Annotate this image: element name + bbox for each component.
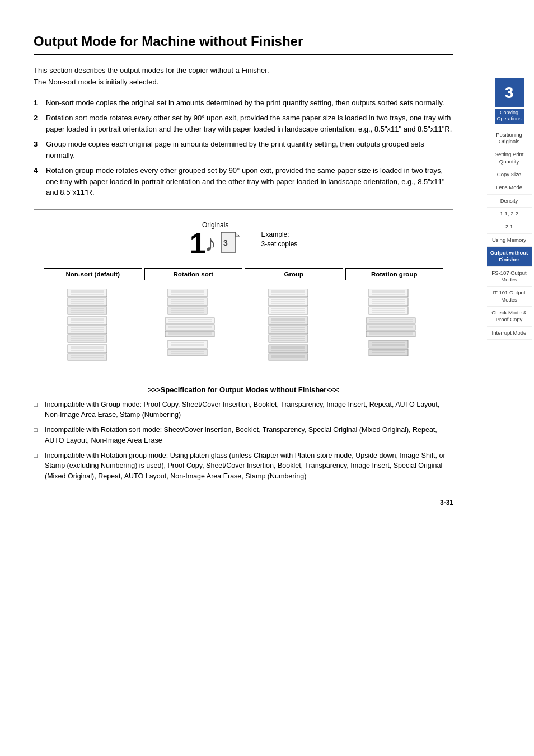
nonsort-stack [45, 289, 141, 361]
sidebar-item-8[interactable]: Output without Finisher [487, 247, 532, 267]
intro-line-1: This section describes the output modes … [34, 66, 269, 74]
item-text-0: Non-sort mode copies the original set in… [46, 97, 453, 109]
sidebar-item-11[interactable]: Check Mode & Proof Copy [487, 307, 532, 327]
rotation-sort-stack [145, 289, 241, 361]
original-page-icon: 3 [220, 231, 241, 256]
intro-line-2: The Non-sort mode is initially selected. [34, 78, 158, 86]
item-text-1: Rotation sort mode rotates every other s… [46, 112, 453, 134]
item-text-2: Group mode copies each original page in … [46, 139, 453, 161]
spec-list: □Incompatible with Group mode: Proof Cop… [34, 400, 453, 482]
svg-marker-2 [236, 232, 240, 237]
sidebar-item-7[interactable]: Using Memory [487, 234, 532, 247]
example-sub: 3-set copies [261, 240, 298, 249]
mode-col-nonsort: Non-sort (default) [43, 268, 143, 286]
chapter-label: Copying Operations [495, 109, 524, 124]
item-text-3: Rotation group mode rotates every other … [46, 165, 453, 198]
mode-label-nonsort: Non-sort (default) [44, 268, 142, 280]
svg-rect-106 [366, 318, 415, 323]
item-num-2: 3 [34, 139, 44, 161]
sidebar-item-10[interactable]: IT-101 Output Modes [487, 287, 532, 307]
mode-col-rotgroup: Rotation group [344, 268, 445, 286]
sidebar-item-0[interactable]: Positioning Originals [487, 129, 532, 149]
svg-rect-112 [366, 331, 415, 337]
sidebar-item-9[interactable]: FS-107 Output Modes [487, 267, 532, 287]
diagram-originals: Originals 1 ♪ 3 Example: 3-set copies [43, 221, 444, 258]
sidebar-item-4[interactable]: Density [487, 195, 532, 208]
numbered-item-0: 1Non-sort mode copies the original set i… [34, 97, 453, 109]
stacks-illustrations [43, 289, 444, 361]
originals-icon: 1 ♪ 3 [190, 229, 241, 258]
mode-col-group: Group [243, 268, 344, 286]
mode-col-rotation: Rotation sort [143, 268, 244, 286]
mode-label-group: Group [245, 268, 343, 280]
sidebar-item-12[interactable]: Interrupt Mode [487, 327, 532, 340]
nonsort-svg [65, 289, 121, 361]
main-content: Output Mode for Machine without Finisher… [0, 0, 481, 529]
sidebar-item-1[interactable]: Setting Print Quantity [487, 148, 532, 168]
item-num-0: 1 [34, 97, 44, 109]
chapter-badge: 3 [495, 78, 524, 107]
page-title: Output Mode for Machine without Finisher [34, 34, 453, 55]
mode-labels-row: Non-sort (default) Rotation sort Group R… [43, 268, 444, 286]
example-label: Example: [261, 230, 289, 240]
svg-text:3: 3 [223, 238, 228, 247]
group-stack [246, 289, 342, 361]
chapter-number: 3 [505, 85, 514, 101]
mode-label-rotation: Rotation sort [144, 268, 243, 280]
page-number-icon: 1 [190, 229, 206, 258]
group-svg [266, 289, 322, 361]
sidebar-item-2[interactable]: Copy Size [487, 168, 532, 181]
diagram-box: Originals 1 ♪ 3 Example: 3-set copies [34, 209, 453, 373]
svg-rect-32 [68, 354, 107, 360]
svg-rect-50 [165, 325, 214, 330]
sidebar-items: Positioning OriginalsSetting Print Quant… [484, 129, 534, 340]
item-num-3: 4 [34, 165, 44, 198]
spec-text-2: Incompatible with Rotation group mode: U… [45, 450, 453, 482]
numbered-item-2: 3Group mode copies each original page in… [34, 139, 453, 161]
mode-label-rotgroup: Rotation group [345, 268, 444, 280]
sidebar-item-3[interactable]: Lens Mode [487, 181, 532, 194]
spec-item-2: □Incompatible with Rotation group mode: … [34, 450, 453, 482]
spec-item-0: □Incompatible with Group mode: Proof Cop… [34, 400, 453, 421]
rotation-sort-svg [165, 289, 221, 361]
svg-rect-60 [168, 349, 207, 356]
page-curl-icon: ♪ [205, 230, 217, 257]
spec-text-1: Incompatible with Rotation sort mode: Sh… [45, 425, 453, 446]
item-num-1: 2 [34, 112, 44, 134]
spec-bullet-2: □ [34, 451, 43, 461]
spec-text-0: Incompatible with Group mode: Proof Copy… [45, 400, 453, 421]
svg-rect-47 [165, 318, 214, 323]
spec-bullet-0: □ [34, 400, 43, 410]
sidebar: 3 Copying Operations Positioning Origina… [484, 0, 534, 756]
numbered-item-1: 2Rotation sort mode rotates every other … [34, 112, 453, 134]
sidebar-item-6[interactable]: 2-1 [487, 220, 532, 233]
spec-title: >>>Specification for Output Modes withou… [34, 386, 453, 394]
intro-text: This section describes the output modes … [34, 65, 453, 88]
spec-item-1: □Incompatible with Rotation sort mode: S… [34, 425, 453, 446]
rotation-group-svg [366, 289, 422, 361]
numbered-list: 1Non-sort mode copies the original set i… [34, 97, 453, 198]
numbered-item-3: 4Rotation group mode rotates every other… [34, 165, 453, 198]
spec-bullet-1: □ [34, 425, 43, 435]
page-number: 3-31 [34, 499, 453, 506]
svg-rect-53 [165, 331, 214, 337]
svg-rect-109 [366, 325, 415, 330]
originals-label: Originals [202, 221, 228, 229]
rotation-group-stack [346, 289, 442, 361]
sidebar-item-5[interactable]: 1-1, 2-2 [487, 208, 532, 220]
spec-section: >>>Specification for Output Modes withou… [34, 386, 453, 482]
